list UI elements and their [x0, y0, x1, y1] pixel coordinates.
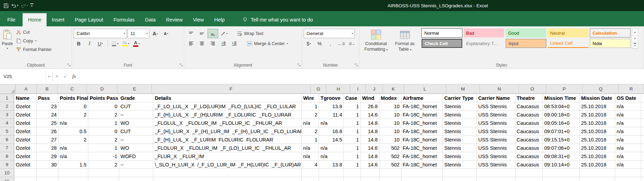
- cell-C1[interactable]: Points Final: [58, 94, 88, 102]
- cell-P6[interactable]: 09:15:15+0: [543, 136, 580, 144]
- cell-C3[interactable]: 2: [58, 111, 88, 119]
- cell-L11[interactable]: [401, 177, 443, 181]
- cell-Q6[interactable]: 25.10.2018: [580, 136, 615, 144]
- cell-B4[interactable]: 25: [36, 119, 58, 127]
- styles-more-button[interactable]: ▾: [632, 42, 638, 49]
- cell-K6[interactable]: 10: [380, 136, 401, 144]
- cell-I6[interactable]: 1: [344, 136, 360, 144]
- bottom-align-button[interactable]: [207, 29, 218, 38]
- cell-R3[interactable]: n/a: [615, 111, 641, 119]
- cell-M7[interactable]: Stennis: [443, 144, 477, 152]
- style-input[interactable]: Input: [506, 39, 546, 48]
- cell-A3[interactable]: Ozelot: [14, 111, 36, 119]
- format-painter-button[interactable]: Format Painter: [15, 45, 53, 54]
- cell-N11[interactable]: [477, 177, 515, 181]
- styles-scroll-down-button[interactable]: ▾: [632, 35, 638, 42]
- cell-I7[interactable]: 1: [344, 144, 360, 152]
- cell-F11[interactable]: [153, 177, 302, 181]
- cell-F5[interactable]: _F_(H)_LUR_X _F_(H)_LUR_IM _F_(H)_LUR_IC…: [153, 127, 302, 136]
- column-header-N[interactable]: N: [480, 84, 519, 94]
- cell-J8[interactable]: 14.8: [361, 152, 380, 161]
- fill-color-button[interactable]: ▾: [121, 39, 131, 48]
- copy-button[interactable]: Copy ▾: [15, 36, 53, 45]
- underline-dropdown-icon[interactable]: ▾: [101, 42, 103, 45]
- alignment-dialog-launcher-icon[interactable]: [297, 63, 301, 67]
- cell-B7[interactable]: 28: [36, 144, 58, 152]
- tab-view[interactable]: View: [188, 13, 209, 26]
- cell-H9[interactable]: 13.8: [319, 161, 344, 169]
- cell-M5[interactable]: Stennis: [443, 127, 477, 136]
- cell-Q10[interactable]: [580, 169, 615, 177]
- cell-H11[interactable]: [319, 177, 344, 181]
- cell-E5[interactable]: CUT: [119, 127, 154, 136]
- cell-O10[interactable]: [515, 169, 543, 177]
- cell-C10[interactable]: [58, 169, 88, 177]
- column-header-D[interactable]: D: [87, 84, 117, 94]
- cell-P10[interactable]: [543, 169, 580, 177]
- cell-H7[interactable]: n/a: [319, 144, 344, 152]
- borders-dropdown-icon[interactable]: ▾: [117, 42, 119, 45]
- cell-C6[interactable]: 2: [58, 136, 88, 144]
- cell-L4[interactable]: FA-18C_hornet: [401, 119, 443, 127]
- cell-M8[interactable]: Stennis: [443, 152, 477, 161]
- cell-J1[interactable]: Wind: [361, 94, 380, 102]
- cell-M11[interactable]: [443, 177, 477, 181]
- align-left-button[interactable]: [186, 39, 196, 48]
- cell-M1[interactable]: Carrier Type: [443, 94, 477, 102]
- cell-J7[interactable]: 14.6: [361, 144, 380, 152]
- increase-font-size-button[interactable]: A▴: [150, 29, 160, 38]
- column-header-C[interactable]: C: [58, 84, 87, 94]
- cell-R4[interactable]: n/a: [615, 119, 641, 127]
- row-header-2[interactable]: 2: [0, 102, 14, 111]
- cell-R5[interactable]: n/a: [615, 127, 641, 136]
- cancel-button[interactable]: ×: [56, 74, 58, 79]
- column-header-E[interactable]: E: [117, 84, 152, 94]
- cell-R1[interactable]: OS Date: [615, 94, 641, 102]
- cell-E4[interactable]: WO: [119, 119, 154, 127]
- cell-R10[interactable]: [615, 169, 641, 177]
- cell-R8[interactable]: n/a: [615, 152, 641, 161]
- cell-I1[interactable]: Case: [344, 94, 360, 102]
- cell-L10[interactable]: [401, 169, 443, 177]
- cell-C7[interactable]: n/a: [58, 144, 88, 152]
- underline-button[interactable]: U▾: [95, 39, 105, 48]
- cell-E7[interactable]: WO: [119, 144, 154, 152]
- style-neutral[interactable]: Neutral: [548, 28, 588, 37]
- accounting-dropdown-icon[interactable]: ▾: [310, 42, 311, 45]
- tab-formulas[interactable]: Formulas: [108, 13, 140, 26]
- cell-E2[interactable]: CUT: [119, 102, 154, 111]
- cell-Q7[interactable]: 25.10.2018: [580, 144, 615, 152]
- cell-A7[interactable]: Ozelot: [14, 144, 36, 152]
- cut-button[interactable]: Cut: [15, 28, 53, 36]
- increase-indent-button[interactable]: [229, 39, 239, 48]
- row-header-10[interactable]: 10: [0, 169, 14, 177]
- style-bad[interactable]: Bad: [464, 28, 504, 37]
- cell-D10[interactable]: [88, 169, 119, 177]
- cell-A8[interactable]: Ozelot: [14, 152, 36, 161]
- undo-dropdown-icon[interactable]: ▾: [17, 4, 18, 7]
- cell-O5[interactable]: Caucasus: [515, 127, 543, 136]
- cell-D9[interactable]: 2: [88, 161, 119, 169]
- bold-button[interactable]: B: [74, 39, 84, 48]
- format-as-table-button[interactable]: Format as Table ▾: [391, 28, 419, 62]
- copy-dropdown-icon[interactable]: ▾: [35, 40, 36, 42]
- column-header-G[interactable]: G: [311, 84, 327, 94]
- style-note[interactable]: Note: [590, 39, 630, 48]
- cell-D6[interactable]: 2: [88, 136, 119, 144]
- row-header-9[interactable]: 9: [0, 161, 14, 169]
- row-header-7[interactable]: 7: [0, 144, 14, 152]
- cell-H1[interactable]: Tgroove: [319, 94, 344, 102]
- number-dialog-launcher-icon[interactable]: [354, 63, 358, 67]
- cell-C11[interactable]: [58, 177, 88, 181]
- column-header-M[interactable]: M: [446, 84, 480, 94]
- redo-button[interactable]: ▾: [21, 3, 28, 8]
- middle-align-button[interactable]: [197, 29, 207, 38]
- decrease-decimal-button[interactable]: .0→: [347, 39, 357, 48]
- cell-N9[interactable]: USS Stennis: [477, 161, 515, 169]
- cell-Q9[interactable]: 25.10.2018: [580, 161, 615, 169]
- cell-N4[interactable]: USS Stennis: [477, 119, 515, 127]
- cell-F1[interactable]: Details: [153, 94, 302, 102]
- clipboard-dialog-launcher-icon[interactable]: [67, 63, 71, 67]
- cell-F8[interactable]: _FLUR_X _FLUR_IM: [153, 152, 302, 161]
- cell-Q11[interactable]: [580, 177, 615, 181]
